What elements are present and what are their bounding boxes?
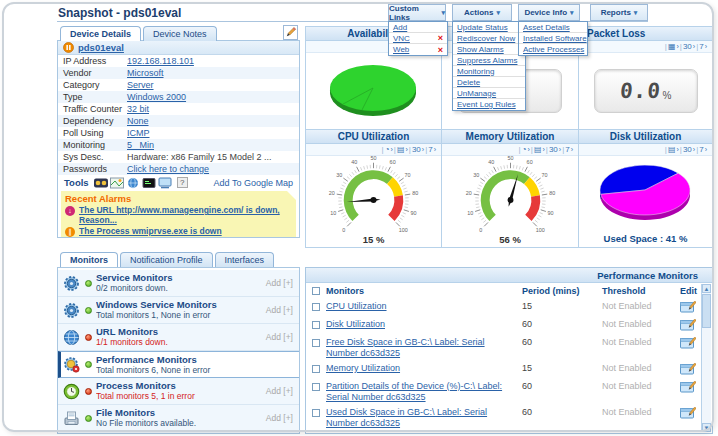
map-icon[interactable]	[110, 177, 124, 189]
gauge-icon[interactable]: ◔	[385, 145, 390, 154]
edit-icon[interactable]	[680, 381, 696, 393]
field-value-type[interactable]: Windows 2000	[127, 92, 186, 102]
add-monitor-link[interactable]: Add [+]	[266, 278, 295, 288]
add-monitor-link[interactable]: Add [+]	[266, 332, 295, 342]
vnc-link[interactable]: VNC	[393, 34, 410, 43]
asset-details-menu-item[interactable]: Asset Details	[519, 22, 587, 33]
graph-icon[interactable]: ▦	[668, 42, 676, 51]
edit-icon[interactable]	[680, 337, 696, 349]
web-menu-item[interactable]: Web×	[389, 44, 447, 55]
rediscover-now-menu-item[interactable]: Rediscover Now	[453, 33, 525, 44]
field-value-dependency[interactable]: None	[127, 116, 149, 126]
monitor-name-link[interactable]: Partition Details of the Device (%)-C:\ …	[326, 381, 522, 403]
edit-icon[interactable]	[680, 301, 696, 313]
reports-menu-button[interactable]: Reports ▾	[590, 4, 648, 21]
edit-icon[interactable]	[680, 319, 696, 331]
period-7-link[interactable]: 7	[699, 145, 703, 154]
tab-notification-profile[interactable]: Notification Profile	[120, 252, 213, 267]
monitor-name-link[interactable]: Used Disk Space in GB-C:\ Label: Serial …	[326, 407, 522, 429]
monitor-item-performance-monitors[interactable]: Performance MonitorsTotal monitors 6, No…	[58, 351, 299, 378]
field-value-category[interactable]: Server	[127, 80, 154, 90]
active-processes-menu-item[interactable]: Active Processes	[519, 44, 587, 55]
monitor-item-file-monitors[interactable]: File MonitorsNo File monitors available.…	[58, 405, 299, 432]
update-status-menu-item[interactable]: Update Status	[453, 22, 525, 33]
globe-icon[interactable]	[126, 177, 140, 189]
add-menu-item[interactable]: Add	[389, 22, 447, 33]
web-link[interactable]: Web	[393, 45, 409, 54]
delete-menu-item[interactable]: Delete	[453, 77, 525, 88]
installed-software-menu-item[interactable]: Installed Software	[519, 33, 587, 44]
binoculars-icon[interactable]	[94, 177, 108, 189]
select-all-checkbox[interactable]	[312, 287, 320, 295]
field-value-passwords[interactable]: Click here to change	[127, 164, 209, 174]
edit-device-button[interactable]	[283, 25, 298, 40]
show-alarms-link[interactable]: Show Alarms	[457, 45, 504, 54]
monitor-icon[interactable]	[158, 177, 172, 189]
unmanage-link[interactable]: UnManage	[457, 89, 496, 98]
field-value-ip-address[interactable]: 192.168.118.101	[127, 56, 194, 66]
alarm-link[interactable]: The URL http://www.manageengine.com/ is …	[79, 206, 292, 225]
unmanage-menu-item[interactable]: UnManage	[453, 88, 525, 99]
calendar-icon[interactable]: ▤	[668, 145, 676, 154]
row-checkbox[interactable]	[312, 383, 320, 391]
monitor-item-process-monitors[interactable]: Process MonitorsTotal monitors 5, 1 in e…	[58, 378, 299, 405]
edit-icon[interactable]	[680, 407, 696, 419]
period-7-link[interactable]: 7	[699, 42, 703, 51]
custom-links-menu-button[interactable]: Custom Links ▾	[388, 4, 446, 21]
monitoring-menu-item[interactable]: Monitoring	[453, 66, 525, 77]
event-log-rules-menu-item[interactable]: Event Log Rules	[453, 99, 525, 110]
period-7-link[interactable]: 7	[565, 145, 569, 154]
asset-details-link[interactable]: Asset Details	[523, 23, 570, 32]
alarm-link[interactable]: The Process wmiprvse.exe is down	[79, 227, 222, 237]
edit-icon[interactable]	[680, 363, 696, 375]
period-30-link[interactable]: 30	[683, 42, 692, 51]
field-value-monitoring[interactable]: 5 Min	[127, 140, 154, 150]
remove-icon[interactable]: ×	[434, 45, 443, 55]
suppress-alarms-menu-item[interactable]: Suppress Alarms	[453, 55, 525, 66]
field-value-poll-using[interactable]: ICMP	[127, 128, 150, 138]
add-monitor-link[interactable]: Add [+]	[266, 413, 295, 423]
device-name-link[interactable]: pds01eval	[78, 42, 124, 53]
show-alarms-menu-item[interactable]: Show Alarms	[453, 44, 525, 55]
monitor-item-url-monitors[interactable]: URL Monitors1/1 monitors down.Add [+]	[58, 324, 299, 351]
add-to-google-map-link[interactable]: Add To Google Map	[214, 178, 293, 188]
active-processes-link[interactable]: Active Processes	[523, 45, 584, 54]
monitor-name-link[interactable]: Free Disk Space in GB-C:\ Label: Serial …	[326, 337, 522, 359]
monitor-item-folder-monitors[interactable]: Folder Monitors	[58, 432, 299, 434]
monitor-item-windows-service-monitors[interactable]: Windows Service MonitorsTotal monitors 1…	[58, 297, 299, 324]
actions-menu-button[interactable]: Actions ▾	[452, 4, 512, 21]
field-value-traffic-counter[interactable]: 32 bit	[127, 104, 149, 114]
tab-device-details[interactable]: Device Details	[60, 26, 141, 41]
rediscover-now-link[interactable]: Rediscover Now	[457, 34, 515, 43]
row-checkbox[interactable]	[312, 339, 320, 347]
installed-software-link[interactable]: Installed Software	[523, 34, 587, 43]
calendar-icon[interactable]: ▤	[397, 145, 405, 154]
monitor-item-service-monitors[interactable]: Service Monitors0/2 monitors down.Add [+…	[58, 270, 299, 297]
remove-icon[interactable]: ×	[434, 33, 443, 43]
monitoring-link[interactable]: Monitoring	[457, 67, 494, 76]
period-7-link[interactable]: 7	[428, 145, 432, 154]
device-info-menu-button[interactable]: Device Info ▾	[518, 4, 580, 21]
tab-device-notes[interactable]: Device Notes	[143, 26, 217, 41]
period-30-link[interactable]: 30	[683, 145, 692, 154]
row-checkbox[interactable]	[312, 303, 320, 311]
row-checkbox[interactable]	[312, 321, 320, 329]
tab-interfaces[interactable]: Interfaces	[215, 252, 275, 267]
delete-link[interactable]: Delete	[457, 78, 480, 87]
vnc-menu-item[interactable]: VNC×	[389, 33, 447, 44]
field-value-vendor[interactable]: Microsoft	[127, 68, 164, 78]
period-30-link[interactable]: 30	[549, 145, 558, 154]
tab-monitors[interactable]: Monitors	[60, 252, 118, 267]
row-checkbox[interactable]	[312, 409, 320, 417]
scrollbar-thumb[interactable]	[702, 294, 711, 328]
add-monitor-link[interactable]: Add [+]	[266, 305, 295, 315]
add-link[interactable]: Add	[393, 23, 407, 32]
help-icon[interactable]: ?	[177, 177, 188, 188]
monitor-name-link[interactable]: Disk Utilization	[326, 319, 395, 330]
table-scrollbar[interactable]: ▲ ▼	[701, 284, 711, 432]
add-monitor-link[interactable]: Add [+]	[266, 386, 295, 396]
row-checkbox[interactable]	[312, 365, 320, 373]
update-status-link[interactable]: Update Status	[457, 23, 508, 32]
event-log-rules-link[interactable]: Event Log Rules	[457, 100, 516, 109]
period-30-link[interactable]: 30	[412, 145, 421, 154]
